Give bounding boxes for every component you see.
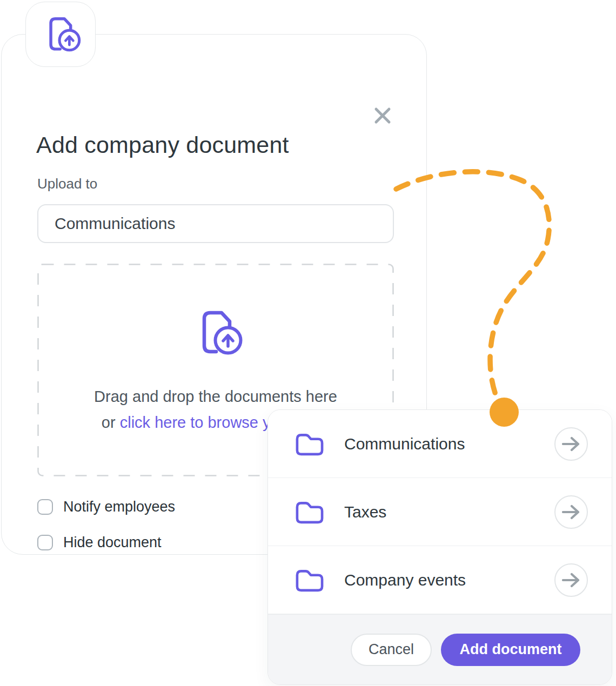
close-icon xyxy=(371,104,394,130)
folder-icon xyxy=(294,431,325,457)
folder-icon xyxy=(294,567,325,593)
cancel-button[interactable]: Cancel xyxy=(351,634,432,666)
arrow-right-icon xyxy=(562,504,580,520)
open-folder-button[interactable] xyxy=(554,495,588,529)
page-title: Add company document xyxy=(36,132,289,158)
notify-employees-checkbox[interactable] xyxy=(37,499,53,515)
folder-row-communications[interactable]: Communications xyxy=(268,410,612,478)
upload-to-label: Upload to xyxy=(37,176,97,192)
folder-select[interactable]: Communications xyxy=(37,204,394,243)
folder-name: Taxes xyxy=(344,503,554,521)
folder-select-value: Communications xyxy=(55,214,361,233)
dropzone-or-text: or xyxy=(102,414,120,431)
dropzone-line1: Drag and drop the documents here xyxy=(94,388,337,405)
open-folder-button[interactable] xyxy=(554,563,588,597)
notify-employees-checkbox-row[interactable]: Notify employees xyxy=(37,499,175,515)
panel-footer: Cancel Add document xyxy=(268,614,612,684)
folder-name: Company events xyxy=(344,571,554,589)
notify-employees-label: Notify employees xyxy=(63,499,175,515)
folder-row-company-events[interactable]: Company events xyxy=(268,546,612,614)
document-upload-icon xyxy=(190,305,244,361)
open-folder-button[interactable] xyxy=(554,427,588,461)
folder-icon xyxy=(294,499,325,525)
screen: Add company document Upload to Communica… xyxy=(0,0,616,686)
hide-document-label: Hide document xyxy=(63,534,162,551)
add-document-button[interactable]: Add document xyxy=(441,634,580,666)
arrow-right-icon xyxy=(562,436,580,452)
hide-document-checkbox[interactable] xyxy=(37,535,53,550)
modal-badge xyxy=(25,2,96,67)
close-button[interactable] xyxy=(370,104,396,130)
folder-row-taxes[interactable]: Taxes xyxy=(268,478,612,546)
folder-name: Communications xyxy=(344,435,554,453)
hide-document-checkbox-row[interactable]: Hide document xyxy=(37,534,162,551)
arrow-right-icon xyxy=(562,572,580,588)
document-upload-icon xyxy=(39,12,82,57)
folder-picker-panel: Communications Taxes xyxy=(267,409,612,685)
